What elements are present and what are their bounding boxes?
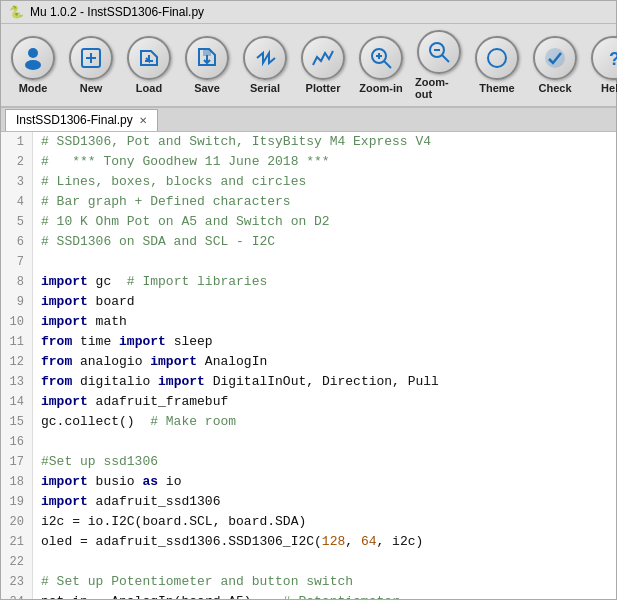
line-number: 14 xyxy=(1,392,33,412)
toolbar-btn-zoom-in[interactable]: Zoom-in xyxy=(353,34,409,96)
table-row: 1# SSD1306, Pot and Switch, ItsyBitsy M4… xyxy=(1,132,616,152)
toolbar-btn-help[interactable]: ?Help xyxy=(585,34,617,96)
line-number: 9 xyxy=(1,292,33,312)
line-content[interactable]: import busio as io xyxy=(33,472,181,492)
table-row: 18import busio as io xyxy=(1,472,616,492)
svg-line-13 xyxy=(442,55,449,62)
line-number: 8 xyxy=(1,272,33,292)
toolbar-btn-label-load: Load xyxy=(136,82,162,94)
line-number: 22 xyxy=(1,552,33,572)
toolbar-btn-check[interactable]: Check xyxy=(527,34,583,96)
table-row: 15gc.collect() # Make room xyxy=(1,412,616,432)
line-number: 17 xyxy=(1,452,33,472)
line-number: 20 xyxy=(1,512,33,532)
save-icon xyxy=(185,36,229,80)
table-row: 2# *** Tony Goodhew 11 June 2018 *** xyxy=(1,152,616,172)
table-row: 3# Lines, boxes, blocks and circles xyxy=(1,172,616,192)
line-content[interactable] xyxy=(33,552,41,572)
line-number: 18 xyxy=(1,472,33,492)
line-content[interactable]: import gc # Import libraries xyxy=(33,272,267,292)
table-row: 12from analogio import AnalogIn xyxy=(1,352,616,372)
toolbar-btn-label-mode: Mode xyxy=(19,82,48,94)
svg-point-16 xyxy=(545,48,565,68)
table-row: 17#Set up ssd1306 xyxy=(1,452,616,472)
line-number: 3 xyxy=(1,172,33,192)
svg-line-9 xyxy=(384,61,391,68)
table-row: 9import board xyxy=(1,292,616,312)
line-content[interactable]: # Bar graph + Defined characters xyxy=(33,192,291,212)
line-content[interactable] xyxy=(33,432,41,452)
toolbar-btn-label-theme: Theme xyxy=(479,82,514,94)
line-number: 16 xyxy=(1,432,33,452)
table-row: 10import math xyxy=(1,312,616,332)
line-content[interactable]: # SSD1306 on SDA and SCL - I2C xyxy=(33,232,275,252)
tab-close-icon[interactable]: ✕ xyxy=(139,115,147,126)
line-content[interactable] xyxy=(33,252,41,272)
line-content[interactable]: # Lines, boxes, blocks and circles xyxy=(33,172,306,192)
table-row: 21oled = adafruit_ssd1306.SSD1306_I2C(12… xyxy=(1,532,616,552)
line-content[interactable]: # Set up Potentiometer and button switch xyxy=(33,572,353,592)
toolbar-btn-zoom-out[interactable]: Zoom-out xyxy=(411,28,467,102)
toolbar-btn-label-check: Check xyxy=(538,82,571,94)
toolbar-btn-label-save: Save xyxy=(194,82,220,94)
table-row: 5# 10 K Ohm Pot on A5 and Switch on D2 xyxy=(1,212,616,232)
toolbar-btn-load[interactable]: Load xyxy=(121,34,177,96)
line-number: 11 xyxy=(1,332,33,352)
toolbar: ModeNewLoadSaveSerialPlotterZoom-inZoom-… xyxy=(1,24,616,108)
table-row: 16 xyxy=(1,432,616,452)
svg-point-0 xyxy=(28,48,38,58)
line-content[interactable]: import board xyxy=(33,292,135,312)
line-number: 1 xyxy=(1,132,33,152)
toolbar-btn-label-serial: Serial xyxy=(250,82,280,94)
line-number: 21 xyxy=(1,532,33,552)
toolbar-btn-label-zoom-out: Zoom-out xyxy=(415,76,463,100)
table-row: 6# SSD1306 on SDA and SCL - I2C xyxy=(1,232,616,252)
toolbar-btn-serial[interactable]: Serial xyxy=(237,34,293,96)
line-content[interactable]: pot_in = AnalogIn(board.A5) # Potentiome… xyxy=(33,592,400,599)
line-number: 5 xyxy=(1,212,33,232)
line-content[interactable]: # 10 K Ohm Pot on A5 and Switch on D2 xyxy=(33,212,330,232)
app-title: Mu 1.0.2 - InstSSD1306-Final.py xyxy=(30,5,204,19)
toolbar-btn-mode[interactable]: Mode xyxy=(5,34,61,96)
line-content[interactable]: import math xyxy=(33,312,127,332)
line-content[interactable]: import adafruit_ssd1306 xyxy=(33,492,220,512)
svg-text:?: ? xyxy=(609,49,617,69)
toolbar-btn-label-help: Help xyxy=(601,82,617,94)
line-number: 13 xyxy=(1,372,33,392)
line-content[interactable]: from analogio import AnalogIn xyxy=(33,352,267,372)
line-content[interactable]: i2c = io.I2C(board.SCL, board.SDA) xyxy=(33,512,306,532)
toolbar-btn-new[interactable]: New xyxy=(63,34,119,96)
toolbar-btn-save[interactable]: Save xyxy=(179,34,235,96)
line-content[interactable]: from time import sleep xyxy=(33,332,213,352)
svg-point-1 xyxy=(25,60,41,70)
code-editor[interactable]: 1# SSD1306, Pot and Switch, ItsyBitsy M4… xyxy=(1,132,616,599)
toolbar-btn-plotter[interactable]: Plotter xyxy=(295,34,351,96)
line-number: 6 xyxy=(1,232,33,252)
line-content[interactable]: gc.collect() # Make room xyxy=(33,412,236,432)
toolbar-btn-label-plotter: Plotter xyxy=(306,82,341,94)
line-content[interactable]: # *** Tony Goodhew 11 June 2018 *** xyxy=(33,152,330,172)
toolbar-btn-theme[interactable]: Theme xyxy=(469,34,525,96)
line-content[interactable]: from digitalio import DigitalInOut, Dire… xyxy=(33,372,439,392)
table-row: 23# Set up Potentiometer and button swit… xyxy=(1,572,616,592)
table-row: 13from digitalio import DigitalInOut, Di… xyxy=(1,372,616,392)
check-icon xyxy=(533,36,577,80)
mode-icon xyxy=(11,36,55,80)
line-number: 19 xyxy=(1,492,33,512)
svg-point-15 xyxy=(488,49,506,67)
line-content[interactable]: oled = adafruit_ssd1306.SSD1306_I2C(128,… xyxy=(33,532,423,552)
serial-icon xyxy=(243,36,287,80)
line-number: 7 xyxy=(1,252,33,272)
table-row: 24pot_in = AnalogIn(board.A5) # Potentio… xyxy=(1,592,616,599)
app-window: 🐍 Mu 1.0.2 - InstSSD1306-Final.py ModeNe… xyxy=(0,0,617,600)
line-number: 12 xyxy=(1,352,33,372)
line-content[interactable]: import adafruit_framebuf xyxy=(33,392,228,412)
table-row: 19import adafruit_ssd1306 xyxy=(1,492,616,512)
line-content[interactable]: #Set up ssd1306 xyxy=(33,452,158,472)
line-content[interactable]: # SSD1306, Pot and Switch, ItsyBitsy M4 … xyxy=(33,132,431,152)
file-tab[interactable]: InstSSD1306-Final.py ✕ xyxy=(5,109,158,131)
svg-rect-6 xyxy=(203,49,211,56)
table-row: 11from time import sleep xyxy=(1,332,616,352)
line-number: 24 xyxy=(1,592,33,599)
line-number: 2 xyxy=(1,152,33,172)
